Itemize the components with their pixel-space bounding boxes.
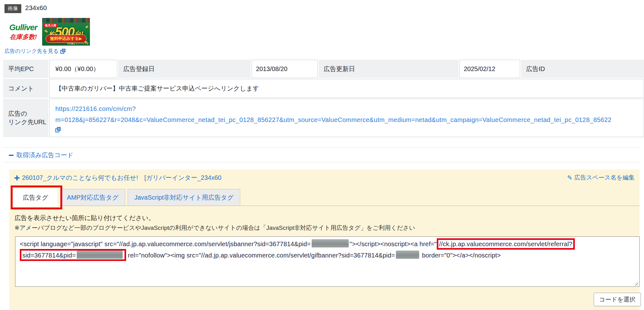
external-link-icon	[55, 127, 61, 132]
external-link-icon	[60, 49, 65, 54]
ad-type-badge: 画像	[4, 4, 21, 13]
view-ad-destination-label: 広告のリンク先を見る	[4, 47, 58, 55]
info-row-comment: コメント 【中古車のガリバー】中古車ご提案サービス申込ページへリンクします	[3, 79, 644, 98]
banner-cars-strip	[42, 18, 90, 23]
comment-value: 【中古車のガリバー】中古車ご提案サービス申込ページへリンクします	[49, 79, 644, 98]
code-segment: border="0"></a></noscript>	[420, 252, 501, 259]
select-code-button[interactable]: コードを選択	[594, 293, 641, 306]
tab-bar-border	[60, 206, 640, 206]
update-date-value: 2025/02/12	[459, 60, 520, 78]
banner-cta-pill: 無料申込みする▶	[46, 35, 86, 43]
update-date-label: 広告更新日	[319, 60, 458, 78]
expand-plus-icon	[14, 175, 19, 180]
ad-code-textarea[interactable]: <script language="javascript" src="//ad.…	[15, 236, 640, 287]
banner-brand-area: Gulliver 在庫多数!	[4, 18, 42, 46]
annotation-highlight-box: //ck.jp.ap.valuecommerce.com/servlet/ref…	[437, 238, 575, 250]
code-segment: "></script><noscript><a href="	[350, 241, 436, 247]
destination-url-link-line1[interactable]: https://221616.com/cm/cm?	[55, 103, 136, 114]
url-label-line1: 広告の	[8, 109, 27, 118]
banner-artwork: 毎月入荷 約500台! 無料申込みする▶ ※画像はイメージです	[42, 18, 90, 46]
url-label-line2: リンク先URL	[8, 118, 46, 126]
paste-instruction-text: 広告を表示させたい箇所に貼り付けてください。	[14, 214, 155, 222]
ad-banner-preview[interactable]: Gulliver 在庫多数! 毎月入荷 約500台! 無料申込みする▶ ※画像は…	[4, 18, 90, 46]
info-row-url: 広告の リンク先URL https://221616.com/cm/cm? m=…	[3, 99, 644, 137]
edit-ad-space-name-link[interactable]: ✎ 広告スペース名を編集	[567, 174, 635, 182]
banner-stock-text: 在庫多数!	[10, 33, 37, 41]
code-segment: //ck.jp.ap.valuecommerce.com/servlet/ref…	[439, 241, 573, 247]
epc-label: 平均EPC	[3, 60, 48, 78]
textarea-resize-handle[interactable]	[634, 281, 638, 285]
ad-id-label: 広告ID	[521, 60, 644, 78]
edit-ad-space-name-label: 広告スペース名を編集	[574, 174, 635, 182]
code-segment: rel="nofollow"><img src="//ad.jp.ap.valu…	[126, 252, 395, 259]
code-segment: sid=3677814&pid=	[22, 252, 76, 259]
destination-url-link-line2[interactable]: m=0128&j=856227&r=2048&c=ValueCommerce_n…	[55, 114, 612, 125]
code-segment: <script language="javascript" src="//ad.…	[20, 241, 311, 247]
nojs-note-text: ※アメーバブログなど一部のブログサービスやJavaScriptの利用ができないサ…	[14, 224, 415, 232]
divider	[3, 162, 641, 162]
annotation-highlight-box: sid=3677814&pid=	[20, 249, 126, 261]
acquired-code-section-toggle[interactable]: 取得済み広告コード	[9, 151, 73, 159]
tab-ad-tag[interactable]: 広告タグ	[14, 189, 57, 206]
view-ad-destination-link[interactable]: 広告のリンク先を見る	[4, 47, 65, 55]
banner-disclaimer: ※画像はイメージです	[67, 42, 89, 45]
collapse-minus-icon	[9, 155, 14, 156]
divider	[3, 147, 641, 148]
url-cell: https://221616.com/cm/cm? m=0128&j=85622…	[49, 99, 644, 137]
redaction-block	[396, 251, 419, 259]
comment-label: コメント	[3, 79, 48, 98]
code-line-2: sid=3677814&pid= rel="nofollow"><img src…	[20, 250, 638, 261]
ad-space-name: 260107_クルマのことなら何でもお任せ! [ガリバーインター_234x60	[22, 174, 221, 182]
tab-amp-ad-tag[interactable]: AMP対応広告タグ	[60, 189, 125, 206]
redaction-block	[312, 239, 349, 247]
info-row-stats: 平均EPC ¥0.00（¥0.00） 広告登録日 2013/08/20 広告更新…	[3, 60, 644, 78]
register-date-label: 広告登録日	[118, 60, 251, 78]
ad-detail-page: 画像 234x60 Gulliver 在庫多数! 毎月入荷 約500台! 無料申…	[0, 0, 644, 310]
tab-nojs-ad-tag[interactable]: JavaScript非対応サイト用広告タグ	[128, 189, 240, 206]
acquired-code-section-title: 取得済み広告コード	[16, 151, 73, 159]
banner-size-label: 234x60	[25, 4, 47, 12]
banner-brand-logo: Gulliver	[9, 23, 37, 32]
pencil-icon: ✎	[567, 174, 572, 181]
ad-space-name-toggle[interactable]: 260107_クルマのことなら何でもお任せ! [ガリバーインター_234x60	[14, 174, 221, 182]
register-date-value: 2013/08/20	[252, 60, 318, 78]
redaction-block	[77, 251, 123, 259]
epc-value: ¥0.00（¥0.00）	[49, 60, 117, 78]
code-line-1: <script language="javascript" src="//ad.…	[20, 238, 638, 250]
url-label: 広告の リンク先URL	[3, 99, 48, 137]
